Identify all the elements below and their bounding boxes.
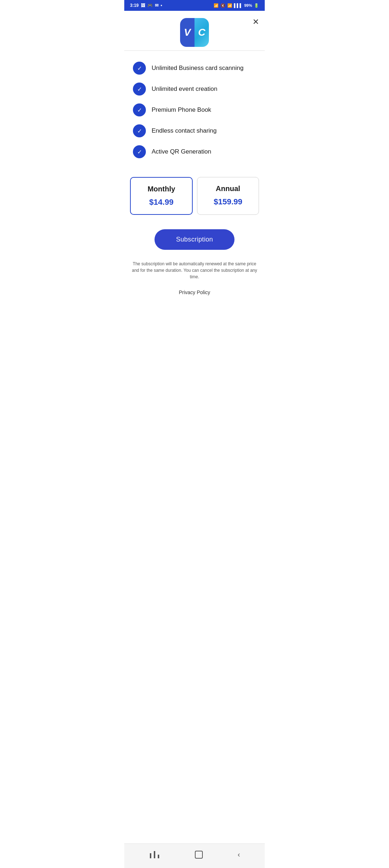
status-time: 3:19 — [130, 3, 139, 8]
check-icon-2: ✓ — [133, 83, 146, 96]
disclaimer-text: The subscription will be automatically r… — [124, 257, 265, 286]
annual-plan-title: Annual — [201, 185, 255, 193]
app-icon-right: C — [194, 18, 209, 47]
status-bar: 3:19 🖼 🎮 ✉ • 📶 🔇 📶 ▌▌▌ 99% 🔋 — [124, 0, 265, 11]
check-icon-5: ✓ — [133, 145, 146, 158]
feature-item-3: ✓ Premium Phone Book — [133, 103, 256, 116]
feature-item-4: ✓ Endless contact sharing — [133, 124, 256, 137]
status-wifi-icon: 📶 — [227, 3, 232, 8]
status-mute-icon: 🔇 — [220, 3, 225, 8]
pricing-section: Monthly $14.99 Annual $159.99 — [124, 173, 265, 226]
status-battery-icon: 🔋 — [254, 3, 259, 8]
app-icon: V C — [180, 18, 209, 47]
check-icon-1: ✓ — [133, 62, 146, 75]
header: V C ✕ — [124, 11, 265, 51]
status-photo-icon: 🖼 — [141, 3, 145, 8]
app-icon-left: V — [180, 18, 194, 47]
check-icon-4: ✓ — [133, 124, 146, 137]
status-signal-icon: ▌▌▌ — [234, 3, 242, 8]
monthly-plan-price: $14.99 — [134, 198, 188, 207]
feature-text-2: Unlimited event creation — [152, 85, 217, 93]
feature-text-3: Premium Phone Book — [152, 106, 211, 114]
feature-text-4: Endless contact sharing — [152, 127, 217, 134]
features-section: ✓ Unlimited Business card scanning ✓ Unl… — [124, 51, 265, 173]
status-dot: • — [161, 3, 162, 8]
subscription-section: Subscription — [124, 226, 265, 257]
annual-plan-price: $159.99 — [201, 197, 255, 207]
feature-item-1: ✓ Unlimited Business card scanning — [133, 62, 256, 75]
privacy-policy-link[interactable]: Privacy Policy — [124, 286, 265, 302]
status-game-icon: 🎮 — [147, 3, 153, 8]
monthly-plan-card[interactable]: Monthly $14.99 — [130, 177, 193, 215]
check-icon-3: ✓ — [133, 103, 146, 116]
monthly-plan-title: Monthly — [134, 185, 188, 193]
feature-text-1: Unlimited Business card scanning — [152, 65, 243, 72]
status-right: 📶 🔇 📶 ▌▌▌ 99% 🔋 — [214, 3, 259, 8]
close-button[interactable]: ✕ — [252, 18, 259, 26]
status-mail-icon: ✉ — [155, 3, 158, 8]
subscription-button[interactable]: Subscription — [155, 229, 235, 250]
annual-plan-card[interactable]: Annual $159.99 — [197, 177, 259, 215]
feature-item-5: ✓ Active QR Generation — [133, 145, 256, 158]
feature-item-2: ✓ Unlimited event creation — [133, 83, 256, 96]
status-sim-icon: 📶 — [214, 3, 219, 8]
status-left: 3:19 🖼 🎮 ✉ • — [130, 3, 162, 8]
feature-text-5: Active QR Generation — [152, 148, 211, 155]
status-battery-label: 99% — [244, 3, 252, 8]
